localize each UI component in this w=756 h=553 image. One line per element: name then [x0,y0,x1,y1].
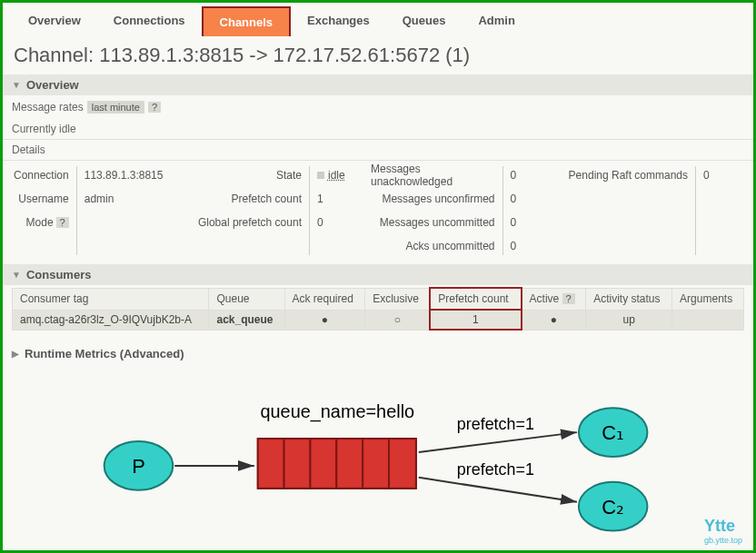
prefetch-label: Prefetch count [232,190,302,208]
edge-label-2: prefetch=1 [457,460,534,479]
watermark-sub: gb.ytte.top [704,536,742,545]
svg-rect-3 [284,439,311,489]
cell-queue[interactable]: ack_queue [209,310,284,330]
cell-activity: up [586,310,672,330]
msgs-unconf-label: Messages unconfirmed [382,190,494,208]
watermark: Ytte gb.ytte.top [704,517,742,545]
msgs-uncomm-label: Messages uncommitted [380,213,495,232]
help-icon[interactable]: ? [56,217,69,228]
idle-status: Currently idle [3,119,753,140]
nav-admin[interactable]: Admin [462,6,531,36]
expand-icon: ▶ [12,349,19,359]
state-dot-icon [317,172,324,179]
overview-section-header[interactable]: ▼ Overview [3,74,753,95]
diagram-area: P queue_name=hello prefetch=1 prefetch=1… [48,361,726,543]
msgs-unack-label: Messages unacknowledged [371,166,495,184]
svg-rect-6 [363,439,389,489]
table-row: amq.ctag-a26r3lz_O-9IQVujbK2b-A ack_queu… [13,310,744,330]
svg-rect-2 [258,439,284,489]
cell-arguments [672,310,744,330]
heading-prefix: Channel: [14,44,99,66]
edge-label-1: prefetch=1 [457,415,534,433]
nav-connections[interactable]: Connections [97,6,202,36]
global-prefetch-label: Global prefetch count [198,213,302,232]
cell-ack: ● [284,310,365,330]
heading-value: 113.89.1.3:8815 -> 172.17.52.61:5672 (1) [99,44,470,66]
cell-active: ● [522,310,586,330]
state-value: idle [317,166,345,184]
pending-raft-label: Pending Raft commands [569,166,688,184]
page-title: Channel: 113.89.1.3:8815 -> 172.17.52.61… [3,36,753,74]
state-label: State [276,166,302,184]
svg-line-8 [419,432,577,452]
producer-label: P [132,455,145,478]
global-prefetch-value: 0 [317,213,323,232]
cell-prefetch: 1 [430,310,521,330]
svg-rect-7 [389,439,416,489]
nav-exchanges[interactable]: Exchanges [291,6,386,36]
top-nav: Overview Connections Channels Exchanges … [3,3,753,36]
consumer-2-label: C₂ [602,496,624,518]
help-icon[interactable]: ? [562,293,575,304]
mode-label: Mode ? [26,213,69,232]
nav-queues[interactable]: Queues [386,6,463,36]
details-header: Details [3,140,753,161]
collapse-icon: ▼ [12,270,21,280]
th-prefetch[interactable]: Prefetch count [430,288,521,310]
help-icon[interactable]: ? [148,102,161,113]
connection-value[interactable]: 113.89.1.3:8815 [85,166,164,184]
msgs-uncomm-value: 0 [511,213,517,232]
th-active[interactable]: Active ? [522,288,586,310]
th-activity[interactable]: Activity status [586,288,672,310]
queue-diagram: P queue_name=hello prefetch=1 prefetch=1… [48,361,726,543]
consumers-table: Consumer tag Queue Ack required Exclusiv… [12,287,744,331]
svg-rect-5 [336,439,363,489]
consumers-label: Consumers [26,268,92,281]
th-arguments[interactable]: Arguments [672,288,744,310]
connection-label: Connection [14,166,69,184]
th-queue[interactable]: Queue [209,288,284,310]
runtime-label: Runtime Metrics (Advanced) [25,347,184,360]
msgs-unconf-value: 0 [511,190,517,208]
nav-overview[interactable]: Overview [12,6,97,36]
nav-channels[interactable]: Channels [202,6,292,36]
acks-uncomm-value: 0 [511,237,517,255]
consumers-section-header[interactable]: ▼ Consumers [3,264,753,285]
acks-uncomm-label: Acks uncommitted [405,237,494,255]
overview-label: Overview [26,78,79,92]
consumer-1-label: C₁ [602,421,624,444]
th-consumer-tag[interactable]: Consumer tag [13,288,209,310]
msg-rates-period[interactable]: last minute [87,101,144,114]
pending-raft-value: 0 [703,166,710,184]
message-rates-row: Message rates last minute ? [3,95,753,119]
cell-exclusive: ○ [365,310,431,330]
svg-line-9 [419,478,577,502]
msgs-unack-value: 0 [511,166,517,184]
username-label: Username [18,190,68,208]
queue-box [258,439,416,489]
th-ack[interactable]: Ack required [284,288,365,310]
table-header-row: Consumer tag Queue Ack required Exclusiv… [13,288,744,310]
th-exclusive[interactable]: Exclusive [365,288,431,310]
queue-name-label: queue_name=hello [260,401,414,422]
collapse-icon: ▼ [12,80,21,90]
details-grid: Connection Username Mode ? 113.89.1.3:88… [3,161,753,264]
prefetch-value: 1 [317,190,323,208]
cell-tag[interactable]: amq.ctag-a26r3lz_O-9IQVujbK2b-A [13,310,209,330]
msg-rates-label: Message rates [12,101,84,114]
svg-rect-4 [310,439,336,489]
username-value: admin [85,190,114,208]
